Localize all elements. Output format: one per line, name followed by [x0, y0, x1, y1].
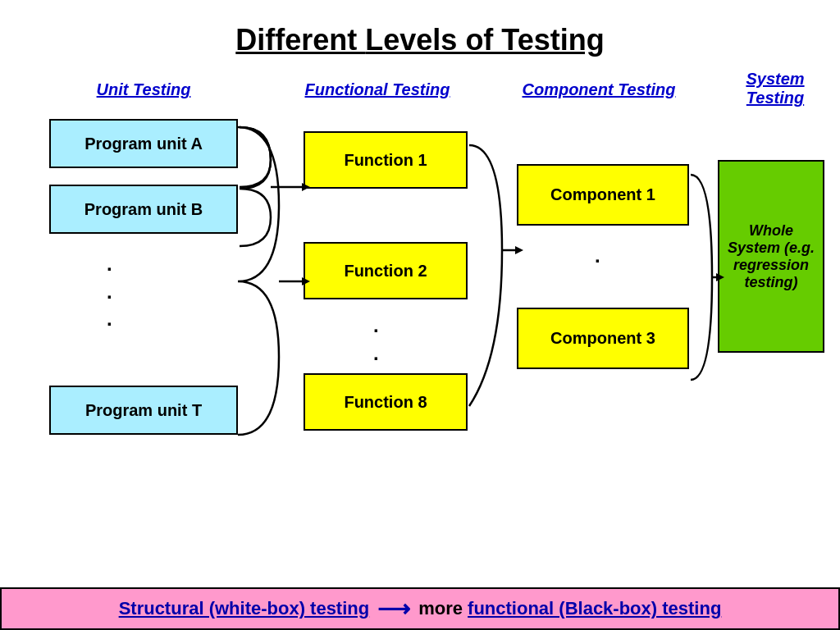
unit-testing-header: Unit Testing — [53, 80, 234, 99]
program-unit-b-box: Program unit B — [49, 185, 238, 234]
component-testing-header: Component Testing — [492, 80, 705, 99]
dots-functional: .. — [373, 312, 379, 367]
bottom-arrow: ⟶ — [377, 596, 410, 623]
whole-system-box: Whole System (e.g. regression testing) — [718, 160, 824, 353]
bottom-left-text: Structural (white-box) testing — [119, 598, 370, 619]
function1-box: Function 1 — [304, 131, 468, 189]
bottom-right-text: more functional (Black-box) testing — [418, 598, 721, 619]
dots-component: . — [595, 242, 600, 270]
whole-system-label: Whole System (e.g. regression testing) — [726, 222, 816, 291]
svg-marker-3 — [515, 246, 523, 254]
diagram-area: Unit Testing Functional Testing Componen… — [0, 66, 840, 591]
dots-unit: ... — [107, 250, 112, 333]
page-title: Different Levels of Testing — [0, 0, 840, 66]
component1-box: Component 1 — [517, 164, 689, 226]
function8-box: Function 8 — [304, 373, 468, 431]
system-testing-header: System Testing — [722, 70, 829, 107]
program-unit-t-box: Program unit T — [49, 386, 238, 435]
bottom-bar: Structural (white-box) testing ⟶ more fu… — [0, 587, 840, 630]
program-unit-a-box: Program unit A — [49, 119, 238, 168]
component3-box: Component 3 — [517, 308, 689, 369]
functional-testing-header: Functional Testing — [279, 80, 476, 99]
function2-box: Function 2 — [304, 242, 468, 299]
